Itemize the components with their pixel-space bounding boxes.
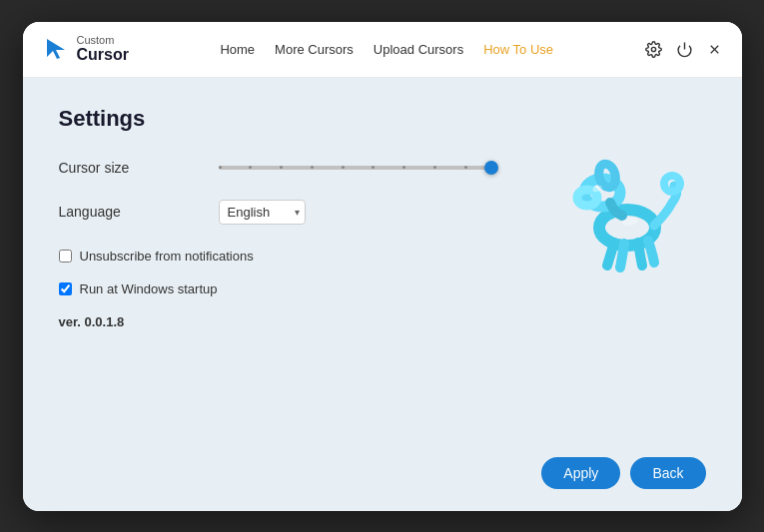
back-button[interactable]: Back: [630, 457, 705, 489]
nav-more-cursors[interactable]: More Cursors: [275, 42, 354, 57]
gear-button[interactable]: [645, 41, 662, 58]
slider-dots: [219, 166, 498, 170]
cursor-size-label: Cursor size: [59, 160, 219, 176]
logo-line2: Cursor: [77, 46, 129, 64]
unsubscribe-row: Unsubscribe from notifications: [59, 249, 706, 264]
unsubscribe-checkbox[interactable]: [59, 250, 72, 263]
cursor-size-slider-container: [219, 166, 498, 170]
cursor-size-row: Cursor size: [59, 160, 706, 176]
nav-upload-cursors[interactable]: Upload Cursors: [374, 42, 463, 57]
logo-text: Custom Cursor: [77, 34, 129, 64]
main-content: Settings Cursor size: [23, 78, 742, 511]
apply-button[interactable]: Apply: [541, 457, 620, 489]
app-window: Custom Cursor Home More Cursors Upload C…: [23, 22, 742, 511]
title-bar: Custom Cursor Home More Cursors Upload C…: [23, 22, 742, 78]
svg-point-10: [591, 184, 602, 193]
version-text: ver. 0.0.1.8: [59, 314, 706, 329]
nav-icons: [645, 41, 722, 58]
startup-label[interactable]: Run at Windows startup: [80, 281, 218, 296]
slider-thumb[interactable]: [484, 161, 498, 175]
svg-point-1: [651, 47, 655, 51]
power-icon: [676, 41, 693, 58]
svg-point-9: [664, 176, 680, 192]
startup-checkbox[interactable]: [59, 282, 72, 295]
logo-line1: Custom: [77, 34, 129, 46]
unsubscribe-label[interactable]: Unsubscribe from notifications: [80, 249, 254, 264]
bottom-bar: Apply Back: [541, 457, 705, 489]
slider-track[interactable]: [219, 166, 498, 170]
close-icon: [707, 42, 722, 57]
gear-icon: [645, 41, 662, 58]
svg-marker-0: [47, 39, 65, 59]
close-button[interactable]: [707, 42, 722, 57]
language-wrapper: English Spanish French German Russian Ch…: [219, 200, 306, 225]
settings-title: Settings: [59, 106, 706, 132]
language-select[interactable]: English Spanish French German Russian Ch…: [219, 200, 306, 225]
language-label: Language: [59, 204, 219, 220]
nav-links: Home More Cursors Upload Cursors How To …: [220, 42, 553, 57]
language-row: Language English Spanish French German R…: [59, 200, 706, 225]
cursor-logo-icon: [43, 35, 71, 63]
nav-home[interactable]: Home: [220, 42, 255, 57]
startup-row: Run at Windows startup: [59, 281, 706, 296]
logo-area: Custom Cursor: [43, 34, 129, 64]
nav-how-to-use[interactable]: How To Use: [483, 42, 553, 57]
power-button[interactable]: [676, 41, 693, 58]
